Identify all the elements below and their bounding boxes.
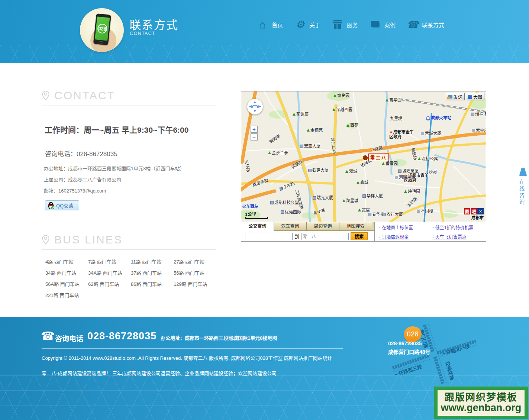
map-link[interactable]: 在地图上标位置 xyxy=(379,224,433,230)
nav-icon xyxy=(369,19,381,30)
nav-item[interactable]: 关于 xyxy=(294,19,320,30)
site-logo[interactable]: 028 xyxy=(80,8,124,52)
address-line: 办公地址：成都市一环路西三段熙城国际1单元8楼（近西门车站） xyxy=(44,165,184,172)
map-label: 西苑 xyxy=(346,122,358,128)
map-label: 同盛路 xyxy=(290,158,303,170)
mapbar-logo: 图 吧 × 成都市 xyxy=(464,208,484,220)
bus-line-item: 37路 西门车站 xyxy=(131,269,174,276)
online-consult-label: 在线咨询 xyxy=(518,179,525,206)
map-tab[interactable]: 公交查询 xyxy=(241,222,274,231)
map-toolbar: 公交查询驾车查询周边查询地图搜索 到 搜索 在地图上标位置低至1折的特价机票订酒… xyxy=(241,222,486,241)
map-label: 金穗苑 xyxy=(307,127,323,133)
online-consult-floater[interactable]: 在线咨询 xyxy=(518,167,528,206)
map-bigview-button[interactable]: 大图 xyxy=(466,93,484,100)
bus-line-item: 7路 西门车站 xyxy=(88,258,131,265)
nav-item[interactable]: 服务 xyxy=(332,19,358,30)
map-label: 花语廊 xyxy=(293,111,309,117)
map-label: 菁华园 xyxy=(386,97,401,103)
map-link[interactable]: 订酒店返现金 xyxy=(379,233,433,240)
map-label: 华祥大厦 xyxy=(362,193,383,198)
nav-label: 联系方式 xyxy=(422,21,444,29)
map-tab[interactable]: 地图搜索 xyxy=(339,222,372,230)
pan-center-button[interactable] xyxy=(252,105,258,108)
telephone-icon xyxy=(41,329,55,342)
nav-item[interactable]: 案例 xyxy=(369,19,396,30)
nav-label: 关于 xyxy=(309,21,320,29)
pan-down-icon[interactable] xyxy=(253,110,257,113)
bus-lines-heading: BUS LINES xyxy=(42,233,123,246)
footer-divider xyxy=(42,348,343,349)
nav-label: 服务 xyxy=(347,21,358,29)
map-marker-label[interactable]: 零二八 xyxy=(368,154,389,161)
footer-copyright: Copyright © 2011-2014 www.028studio.com … xyxy=(42,354,332,361)
mapbar-block: × xyxy=(477,208,484,214)
map-canvas[interactable]: 童叟园 菁华园 花语廊 深越西园 西苑 金穗苑 九里堤 成都火车站 瑞祥·商厦 xyxy=(241,91,486,222)
qq-chat-button[interactable]: QQ交谈 xyxy=(45,200,79,210)
map-label: 瑞光大厦 xyxy=(313,194,333,200)
bus-lines-list: 4路 西门车站7路 西门车站11路 西门车站27路 西门车站34路 西门车站34… xyxy=(45,258,217,298)
map-label: 映艳园 xyxy=(404,188,420,194)
map-label: 玉沙路 xyxy=(405,196,418,208)
bus-line-item: 34路 西门车站 xyxy=(45,269,88,276)
qq-chat-label: QQ交谈 xyxy=(56,202,73,209)
map-label: 聚星城 xyxy=(342,197,358,203)
map-label: 蓉城大厦 xyxy=(421,130,441,136)
footer-bubble-address: 成都营门口路48号 xyxy=(388,348,430,355)
map-send-button[interactable]: 发送 xyxy=(446,93,465,100)
nav-icon xyxy=(257,19,268,30)
map-label: 成温高架 xyxy=(252,177,269,188)
map-label: 黄苑街 xyxy=(268,133,281,145)
map-search-button[interactable]: 搜索 xyxy=(351,232,368,240)
bus-line-item: 11路 西门车站 xyxy=(131,258,174,265)
divider xyxy=(42,106,216,106)
map-label: 河畔星辉 xyxy=(395,174,415,180)
bus-line-item: 129路 西门车站 xyxy=(174,280,217,287)
map-tabs: 公交查询驾车查询周边查询地图搜索 xyxy=(241,222,374,231)
watermark-line1: 跟版网织梦模板 xyxy=(445,392,517,403)
map-pan-control[interactable] xyxy=(247,99,263,114)
map-label: 瑞祥·商厦 xyxy=(471,111,486,117)
map-label: 春华楼 xyxy=(368,211,384,217)
map-link[interactable]: 火车飞机售票点 xyxy=(433,233,486,240)
pan-right-icon[interactable] xyxy=(258,105,261,108)
map-label: 紫金乐章 xyxy=(472,127,486,133)
expand-icon xyxy=(468,95,472,99)
bus-line-item: 27路 西门车站 xyxy=(174,258,217,265)
pan-left-icon[interactable] xyxy=(249,105,252,108)
map-label: 铁建大厦 xyxy=(308,167,329,173)
map-label: 成都科技会堂 xyxy=(270,199,299,205)
map-label: 双城 xyxy=(345,168,357,174)
bus-line-item: 86路 西门车站 xyxy=(131,280,174,287)
bus-from-input[interactable] xyxy=(245,233,293,240)
nav-label: 首页 xyxy=(272,21,283,29)
map-tab[interactable]: 驾车查询 xyxy=(274,222,307,230)
logo-028-badge: 028 xyxy=(97,23,108,34)
bus-to-input[interactable] xyxy=(301,233,349,240)
map-label: 成都火车站 xyxy=(426,114,451,120)
page-title: 联系方式 xyxy=(129,16,178,32)
map-tab[interactable]: 周边查询 xyxy=(307,222,339,230)
road-label: 花牌坊街 xyxy=(444,361,455,381)
contact-heading: CONTACT xyxy=(42,89,115,102)
zoom-in-button[interactable]: + xyxy=(251,126,258,133)
footer-phone-label: 咨询电话 xyxy=(55,333,83,343)
pan-up-icon[interactable] xyxy=(253,100,257,104)
mapbar-block: 图 xyxy=(464,208,470,214)
zoom-out-button[interactable]: − xyxy=(251,133,258,140)
map-link[interactable]: 低至1折的特价机票 xyxy=(433,224,486,230)
company-line: 上届公司：成都零二八广告有限公司 xyxy=(44,176,121,183)
bus-line-item: 62路 西门车站 xyxy=(88,280,131,287)
map-label: 优诺国际 xyxy=(281,209,301,214)
pin-icon xyxy=(42,90,50,101)
footer-slogan: 零二八-成都网站建设高端品牌！ 三年成都网站建设公司运营经验、企业品牌网站建设经… xyxy=(42,369,277,377)
mapbar-block: 吧 xyxy=(471,208,477,214)
nav-item[interactable]: 首页 xyxy=(257,19,283,30)
map-label: 晓初公寓 xyxy=(418,155,438,161)
bus-line-item: 56A路 西门车站 xyxy=(45,280,88,287)
footer-phone-number: 028-86728035 xyxy=(87,330,157,342)
phone-line: 咨询电话：028-86728035 xyxy=(45,149,117,158)
nav-item[interactable]: 联系方式 xyxy=(407,19,444,30)
watermark-line2: www.genban.org xyxy=(441,403,522,414)
bubble-028: 028 xyxy=(404,326,422,342)
map-label: 九里堤 xyxy=(390,115,402,121)
